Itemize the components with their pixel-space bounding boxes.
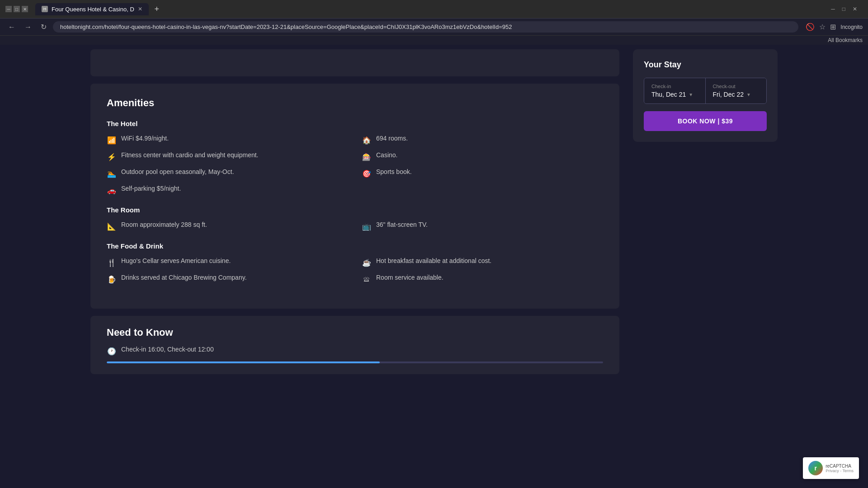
amenity-text-pool: Outdoor pool open seasonally, May-Oct. <box>121 168 234 175</box>
amenity-text-casino: Casino. <box>376 151 397 159</box>
refresh-button[interactable]: ↻ <box>38 22 49 32</box>
checkout-label: Check-out <box>713 84 760 89</box>
amenity-text-restaurant: Hugo's Cellar serves American cuisine. <box>121 257 231 264</box>
amenity-text-tv: 36" flat-screen TV. <box>376 221 428 228</box>
room-section-title: The Room <box>107 206 603 214</box>
minimize-button[interactable]: ─ <box>5 6 12 12</box>
window-controls: ─ □ ✕ <box>5 6 28 12</box>
your-stay-title: Your Stay <box>644 60 767 70</box>
amenities-card: Amenities The Hotel 📶 WiFi $4.99/night. … <box>90 84 619 309</box>
amenity-text-room-service: Room service available. <box>376 274 443 281</box>
room-size-icon: 📐 <box>107 221 117 231</box>
parking-icon: 🚗 <box>107 185 117 195</box>
recaptcha-label: reCAPTCHA <box>826 464 854 469</box>
amenity-item-pool: 🏊 Outdoor pool open seasonally, May-Oct. <box>107 168 348 178</box>
room-amenity-grid: 📐 Room approximately 288 sq ft. 📺 36" fl… <box>107 221 603 231</box>
checkin-value: Thu, Dec 21 ▼ <box>651 91 698 98</box>
browser-action-icons: 🚫 ☆ ⊞ Incognito <box>806 23 863 31</box>
breakfast-icon: ☕ <box>362 258 372 267</box>
recaptcha-logo: r <box>808 461 823 475</box>
recaptcha-info: reCAPTCHA Privacy - Terms <box>826 464 854 473</box>
checkout-field[interactable]: Check-out Fri, Dec 22 ▼ <box>706 78 767 103</box>
amenity-text-fitness: Fitness center with cardio and weight eq… <box>121 151 259 159</box>
address-bar-row: ← → ↻ 🚫 ☆ ⊞ Incognito <box>0 18 868 35</box>
amenity-item-parking: 🚗 Self-parking $5/night. <box>107 185 348 195</box>
tab-label: Four Queens Hotel & Casino, D <box>52 6 134 13</box>
amenity-item-breakfast: ☕ Hot breakfast available at additional … <box>362 257 603 267</box>
amenity-text-breakfast: Hot breakfast available at additional co… <box>376 257 491 264</box>
close-button[interactable]: ✕ <box>22 6 28 12</box>
amenity-item-drinks: 🍺 Drinks served at Chicago Brewing Compa… <box>107 274 348 284</box>
amenity-text-room-size: Room approximately 288 sq ft. <box>121 221 207 228</box>
checkin-text: Check-in 16:00, Check-out 12:00 <box>121 346 214 353</box>
amenity-item-wifi: 📶 WiFi $4.99/night. <box>107 135 348 145</box>
window-minimize-icon[interactable]: ─ <box>831 6 835 12</box>
need-to-know-card: Need to Know 🕐 Check-in 16:00, Check-out… <box>90 316 619 374</box>
food-amenity-grid: 🍴 Hugo's Cellar serves American cuisine.… <box>107 257 603 284</box>
progress-bar <box>107 361 603 363</box>
active-tab[interactable]: H Four Queens Hotel & Casino, D ✕ <box>35 3 149 15</box>
clock-icon: 🕐 <box>107 346 117 356</box>
amenity-item-room-size: 📐 Room approximately 288 sq ft. <box>107 221 348 231</box>
amenity-item-fitness: ⚡ Fitness center with cardio and weight … <box>107 151 348 162</box>
fitness-icon: ⚡ <box>107 152 117 162</box>
tab-close-button[interactable]: ✕ <box>138 6 142 12</box>
progress-bar-fill <box>107 361 380 363</box>
tab-favicon: H <box>42 6 48 12</box>
address-input[interactable] <box>53 21 798 33</box>
all-bookmarks-link[interactable]: All Bookmarks <box>828 37 863 43</box>
checkin-info: 🕐 Check-in 16:00, Check-out 12:00 <box>107 346 603 356</box>
recaptcha-links[interactable]: Privacy - Terms <box>826 469 854 473</box>
checkout-value: Fri, Dec 22 ▼ <box>713 91 760 98</box>
hotel-amenity-grid: 📶 WiFi $4.99/night. 🏠 694 rooms. ⚡ Fitne… <box>107 135 603 195</box>
window-close-icon[interactable]: ✕ <box>853 6 857 12</box>
tab-bar: H Four Queens Hotel & Casino, D ✕ + <box>32 3 167 15</box>
checkin-dropdown-arrow: ▼ <box>689 92 693 97</box>
amenity-item-sports: 🎯 Sports book. <box>362 168 603 178</box>
food-section-title: The Food & Drink <box>107 242 603 250</box>
dates-row: Check-in Thu, Dec 21 ▼ Check-out Fri, De… <box>644 78 767 104</box>
top-section-card <box>90 49 619 76</box>
tablet-icon[interactable]: ⊞ <box>830 23 836 31</box>
window-maximize-icon[interactable]: □ <box>842 6 845 12</box>
bookmark-icon[interactable]: ☆ <box>819 23 826 31</box>
amenity-text-wifi: WiFi $4.99/night. <box>121 135 169 142</box>
camera-off-icon: 🚫 <box>806 23 815 31</box>
rooms-icon: 🏠 <box>362 135 372 145</box>
casino-icon: 🎰 <box>362 152 372 162</box>
checkin-label: Check-in <box>651 84 698 89</box>
checkin-field[interactable]: Check-in Thu, Dec 21 ▼ <box>644 78 706 103</box>
room-section: The Room 📐 Room approximately 288 sq ft.… <box>107 206 603 231</box>
browser-titlebar: ─ □ ✕ H Four Queens Hotel & Casino, D ✕ … <box>0 0 868 18</box>
amenity-item-restaurant: 🍴 Hugo's Cellar serves American cuisine. <box>107 257 348 267</box>
checkin-date-text: Thu, Dec 21 <box>651 91 686 98</box>
need-to-know-title: Need to Know <box>107 327 603 338</box>
recaptcha-badge: r reCAPTCHA Privacy - Terms <box>803 457 859 479</box>
checkout-dropdown-arrow: ▼ <box>746 92 751 97</box>
new-tab-button[interactable]: + <box>151 3 163 15</box>
wifi-icon: 📶 <box>107 135 117 145</box>
tv-icon: 📺 <box>362 221 372 231</box>
amenity-text-parking: Self-parking $5/night. <box>121 185 181 192</box>
pool-icon: 🏊 <box>107 169 117 178</box>
main-column: Amenities The Hotel 📶 WiFi $4.99/night. … <box>90 45 619 479</box>
sidebar-column: Your Stay Check-in Thu, Dec 21 ▼ Check-o… <box>633 45 778 479</box>
bookmarks-bar: All Bookmarks <box>0 35 868 45</box>
book-now-button[interactable]: BOOK NOW | $39 <box>644 111 767 131</box>
your-stay-card: Your Stay Check-in Thu, Dec 21 ▼ Check-o… <box>633 49 778 142</box>
amenity-item-room-service: 🛎 Room service available. <box>362 274 603 284</box>
amenity-text-rooms: 694 rooms. <box>376 135 408 142</box>
sports-icon: 🎯 <box>362 169 372 178</box>
food-section: The Food & Drink 🍴 Hugo's Cellar serves … <box>107 242 603 284</box>
back-button[interactable]: ← <box>5 22 18 32</box>
browser-chrome: ─ □ ✕ H Four Queens Hotel & Casino, D ✕ … <box>0 0 868 45</box>
amenity-item-rooms: 🏠 694 rooms. <box>362 135 603 145</box>
maximize-button[interactable]: □ <box>14 6 20 12</box>
drinks-icon: 🍺 <box>107 274 117 284</box>
amenity-item-casino: 🎰 Casino. <box>362 151 603 162</box>
page-content: Amenities The Hotel 📶 WiFi $4.99/night. … <box>0 45 868 479</box>
hotel-section-title: The Hotel <box>107 120 603 127</box>
forward-button[interactable]: → <box>22 22 34 32</box>
amenity-text-drinks: Drinks served at Chicago Brewing Company… <box>121 274 247 281</box>
incognito-label: Incognito <box>840 24 863 30</box>
